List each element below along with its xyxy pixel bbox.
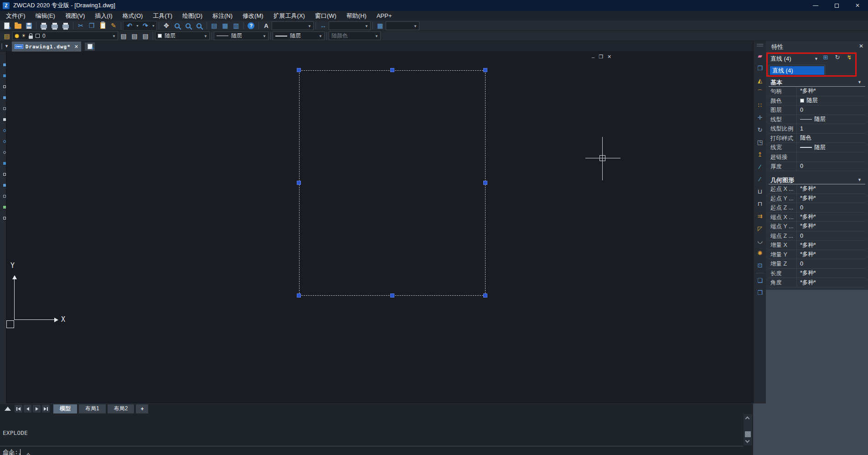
zoom-previous-button[interactable] xyxy=(194,21,205,30)
document-tab-drawing1[interactable]: DWG Drawing1.dwg* ✕ xyxy=(12,42,81,52)
layer-manager-button[interactable]: ▤ xyxy=(1,31,12,41)
command-scrollbar[interactable] xyxy=(744,414,752,445)
plot-style-combo[interactable]: 随颜色 ▼ xyxy=(329,31,381,40)
tool-palettes-button[interactable]: ▦ xyxy=(220,21,231,30)
layer-combo[interactable]: ☀ 0 ▼ xyxy=(12,31,118,40)
last-layout-button[interactable] xyxy=(42,405,50,413)
menu-draw[interactable]: 绘图(D) xyxy=(177,11,207,21)
undo-dropdown-arrow[interactable]: ▼ xyxy=(136,24,139,27)
chevron-down-icon[interactable]: ▼ xyxy=(858,80,862,84)
plot-button[interactable] xyxy=(38,21,49,30)
menu-view[interactable]: 视图(V) xyxy=(60,11,90,21)
menu-help[interactable]: 帮助(H) xyxy=(341,11,372,21)
grip-mid-right[interactable] xyxy=(483,181,487,185)
draw-tool-button[interactable] xyxy=(3,206,6,209)
menu-app-plus[interactable]: APP+ xyxy=(372,11,397,21)
menu-file[interactable]: 文件(F) xyxy=(1,11,31,21)
draw-tool-button[interactable] xyxy=(3,96,6,99)
mdi-restore-button[interactable]: ❐ xyxy=(599,54,603,60)
grip-bottom-left[interactable] xyxy=(297,293,301,298)
redo-dropdown-arrow[interactable]: ▼ xyxy=(152,24,155,27)
grip-top-mid[interactable] xyxy=(390,68,394,72)
menu-dimension[interactable]: 标注(N) xyxy=(207,11,238,21)
section-header-geometry[interactable]: 几何图形 ▼ xyxy=(769,175,865,184)
layout-up-arrow[interactable] xyxy=(5,407,11,411)
scale-button[interactable]: ◳ xyxy=(755,137,765,146)
scroll-up-icon[interactable] xyxy=(745,417,750,421)
draw-tool-button[interactable] xyxy=(3,217,6,220)
new-document-tab-button[interactable]: + xyxy=(85,42,95,51)
draworder-front-button[interactable]: ❏ xyxy=(755,276,765,285)
save-button[interactable] xyxy=(23,21,34,30)
text-style-combo[interactable]: ▼ xyxy=(272,21,314,30)
menu-window[interactable]: 窗口(W) xyxy=(310,11,341,21)
scrollbar-thumb[interactable] xyxy=(745,431,751,437)
explode-button[interactable]: ✺ xyxy=(755,248,765,257)
break-button[interactable]: ⊔ xyxy=(755,187,765,196)
publish-button[interactable] xyxy=(60,21,71,30)
layer-previous-button[interactable]: ▤ xyxy=(129,31,140,41)
document-tab-close-icon[interactable]: ✕ xyxy=(74,44,78,50)
toolbar-grip[interactable] xyxy=(757,44,763,45)
document-list-arrow[interactable]: ▼ xyxy=(5,44,9,48)
first-layout-button[interactable] xyxy=(15,405,22,413)
draw-tool-button[interactable] xyxy=(3,74,6,77)
offset-button[interactable]: ⌒ xyxy=(755,88,765,97)
rotate-button[interactable]: ↻ xyxy=(755,125,765,134)
mdi-minimize-button[interactable]: – xyxy=(592,54,594,60)
new-file-button[interactable]: + xyxy=(1,21,12,30)
toolbar-grip[interactable] xyxy=(1,43,2,49)
draw-tool-button[interactable] xyxy=(3,118,6,121)
draw-tool-button[interactable] xyxy=(3,140,6,143)
menu-insert[interactable]: 插入(I) xyxy=(90,11,117,21)
zoom-realtime-button[interactable] xyxy=(172,21,183,30)
toolbar-grip[interactable] xyxy=(757,46,763,47)
draw-tool-button[interactable] xyxy=(3,173,6,176)
dim-style-combo[interactable]: ▼ xyxy=(329,21,371,30)
color-combo[interactable]: 随层 ▼ xyxy=(155,31,210,40)
array-button[interactable]: ∷ xyxy=(755,100,765,110)
stretch-button[interactable]: ↥ xyxy=(755,150,765,159)
tab-model[interactable]: 模型 xyxy=(53,404,77,413)
zoom-window-button[interactable] xyxy=(183,21,194,30)
draw-tool-button[interactable] xyxy=(3,107,6,110)
text-style-button[interactable]: A xyxy=(261,21,272,30)
grip-bottom-right[interactable] xyxy=(483,293,487,298)
draw-tool-button[interactable] xyxy=(3,184,6,187)
draw-tool-button[interactable] xyxy=(3,162,6,165)
move-button[interactable]: ✛ xyxy=(755,113,765,122)
table-style-button[interactable]: ▦ xyxy=(375,21,386,30)
selected-rectangle[interactable] xyxy=(299,70,486,296)
linetype-combo[interactable]: 随层 ▼ xyxy=(214,31,269,40)
tab-layout2[interactable]: 布局2 xyxy=(108,404,134,413)
draworder-back-button[interactable]: ❐ xyxy=(755,288,765,297)
mirror-button[interactable]: ◭ xyxy=(755,76,765,85)
draw-tool-button[interactable] xyxy=(3,129,6,132)
match-properties-button[interactable]: ✎ xyxy=(108,21,119,30)
make-object-layer-current-button[interactable]: ▤ xyxy=(118,31,129,41)
break-at-point-button[interactable]: ⊓ xyxy=(755,199,765,208)
paste-button[interactable] xyxy=(97,21,108,30)
trim-button[interactable]: ∕ xyxy=(755,162,765,171)
join-button[interactable]: ⇉ xyxy=(755,211,765,220)
menu-tools[interactable]: 工具(T) xyxy=(148,11,177,21)
erase-button[interactable]: ▰ xyxy=(755,51,765,60)
window-maximize-button[interactable] xyxy=(826,0,847,11)
layer-states-button[interactable]: ▤ xyxy=(140,31,151,41)
block-editor-button[interactable]: ⊡ xyxy=(755,261,765,270)
help-button[interactable]: ? xyxy=(246,21,257,30)
menu-format[interactable]: 格式(O) xyxy=(118,11,148,21)
grip-mid-left[interactable] xyxy=(297,181,301,185)
undo-button[interactable]: ↶ xyxy=(124,21,135,30)
draw-tool-button[interactable] xyxy=(3,85,6,88)
command-input[interactable]: 命令: xyxy=(3,448,21,455)
redo-button[interactable]: ↷ xyxy=(140,21,151,30)
tab-layout1[interactable]: 布局1 xyxy=(79,404,106,413)
sheet-set-button[interactable]: ▥ xyxy=(231,21,242,30)
properties-panel-close-icon[interactable]: ✕ xyxy=(859,43,863,49)
menu-modify[interactable]: 修改(M) xyxy=(238,11,269,21)
next-layout-button[interactable] xyxy=(33,405,41,413)
chevron-down-icon[interactable]: ▼ xyxy=(858,178,862,182)
window-close-button[interactable]: ✕ xyxy=(847,0,868,11)
copy-button[interactable]: ❐ xyxy=(86,21,97,30)
